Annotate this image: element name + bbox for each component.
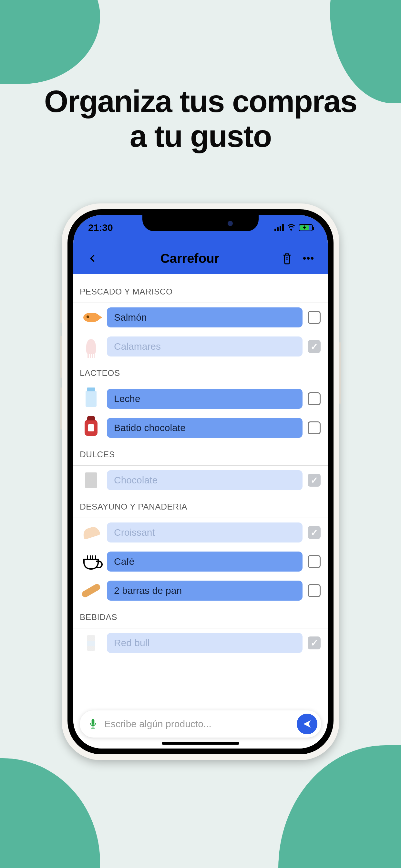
more-button[interactable] <box>299 249 318 268</box>
list-item[interactable]: Salmón <box>73 303 328 332</box>
svg-point-1 <box>303 257 306 259</box>
shopping-list[interactable]: PESCADO Y MARISCOSalmónCalamaresLACTEOSL… <box>73 274 328 748</box>
list-item[interactable]: Croissant <box>73 518 328 547</box>
section-header: BEBIDAS <box>73 605 328 628</box>
chocolate-icon <box>81 469 102 491</box>
item-label[interactable]: 2 barras de pan <box>107 581 303 600</box>
hero-line-2: a tu gusto <box>0 119 401 154</box>
phone-notch <box>143 215 258 231</box>
section-header: PESCADO Y MARISCO <box>73 274 328 303</box>
item-label[interactable]: Chocolate <box>107 470 303 490</box>
back-button[interactable] <box>83 249 102 268</box>
voice-input-button[interactable] <box>88 717 98 731</box>
add-item-composer <box>80 710 321 738</box>
battery-charging-icon <box>299 224 313 231</box>
svg-rect-4 <box>92 719 95 724</box>
milk-icon <box>81 388 102 409</box>
svg-point-2 <box>307 257 310 259</box>
list-item[interactable]: Chocolate <box>73 466 328 495</box>
squid-icon <box>81 336 102 357</box>
status-time: 21:30 <box>88 222 113 233</box>
item-checkbox[interactable] <box>308 584 320 597</box>
item-checkbox[interactable] <box>308 637 320 649</box>
page-title: Carrefour <box>102 251 277 266</box>
phone-frame: 21:30 Carrefour <box>62 204 339 760</box>
croissant-icon <box>81 522 102 543</box>
section-header: LACTEOS <box>73 361 328 384</box>
item-checkbox[interactable] <box>308 311 320 324</box>
shake-icon <box>81 417 102 438</box>
hero-line-1: Organiza tus compras <box>0 84 401 119</box>
coffee-icon <box>81 551 102 572</box>
fish-icon <box>81 307 102 328</box>
item-checkbox[interactable] <box>308 526 320 539</box>
list-item[interactable]: Leche <box>73 384 328 413</box>
decorative-blob <box>278 745 401 868</box>
decorative-blob <box>0 0 100 84</box>
item-label[interactable]: Croissant <box>107 523 303 542</box>
item-label[interactable]: Calamares <box>107 337 303 356</box>
home-indicator <box>162 742 239 745</box>
cellular-icon <box>274 224 284 231</box>
item-label[interactable]: Batido chocolate <box>107 418 303 438</box>
microphone-icon <box>89 718 97 730</box>
item-checkbox[interactable] <box>308 555 320 568</box>
bread-icon <box>81 580 102 601</box>
section-header: DESAYUNO Y PANADERIA <box>73 495 328 518</box>
list-item[interactable]: Café <box>73 547 328 576</box>
hardware-button <box>60 300 62 323</box>
trash-icon <box>281 252 292 265</box>
chevron-left-icon <box>88 252 97 265</box>
list-item[interactable]: Calamares <box>73 332 328 361</box>
hero-title: Organiza tus compras a tu gusto <box>0 84 401 153</box>
hardware-button <box>60 388 62 430</box>
list-item[interactable]: 2 barras de pan <box>73 576 328 605</box>
hardware-button <box>339 342 341 404</box>
item-checkbox[interactable] <box>308 340 320 353</box>
send-button[interactable] <box>297 714 317 734</box>
add-item-input[interactable] <box>104 718 291 730</box>
item-checkbox[interactable] <box>308 392 320 405</box>
hardware-button <box>60 336 62 378</box>
send-icon <box>302 719 312 729</box>
item-label[interactable]: Café <box>107 552 303 571</box>
energy-can-icon <box>81 632 102 654</box>
item-checkbox[interactable] <box>308 474 320 487</box>
decorative-blob <box>0 758 100 868</box>
list-item[interactable]: Batido chocolate <box>73 413 328 442</box>
item-label[interactable]: Leche <box>107 389 303 409</box>
svg-point-3 <box>311 257 313 259</box>
list-item[interactable]: Red bull <box>73 628 328 657</box>
clear-list-button[interactable] <box>277 249 297 268</box>
item-label[interactable]: Red bull <box>107 633 303 653</box>
item-label[interactable]: Salmón <box>107 307 303 328</box>
ellipsis-icon <box>303 256 314 260</box>
section-header: DULCES <box>73 442 328 466</box>
item-checkbox[interactable] <box>308 422 320 434</box>
wifi-icon <box>287 224 296 231</box>
